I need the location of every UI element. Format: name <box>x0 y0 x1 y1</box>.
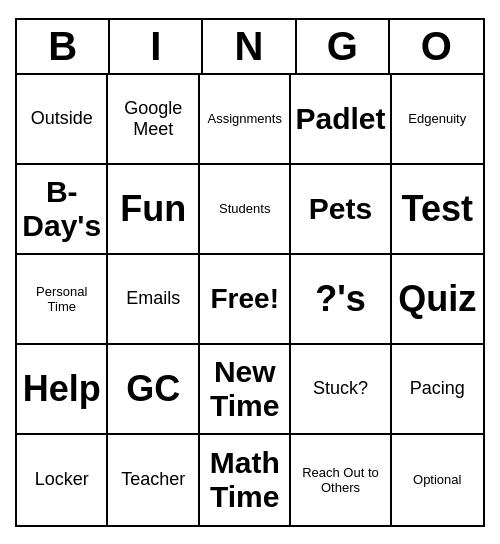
cell-text: Help <box>23 368 101 410</box>
bingo-cell: Stuck? <box>291 345 391 435</box>
bingo-header: BINGO <box>17 20 483 75</box>
bingo-cell: Help <box>17 345 108 435</box>
cell-text: ?'s <box>315 278 366 320</box>
header-letter: B <box>17 20 110 73</box>
bingo-cell: Quiz <box>392 255 484 345</box>
cell-text: Students <box>219 201 270 216</box>
cell-text: GC <box>126 368 180 410</box>
bingo-cell: Math Time <box>200 435 291 525</box>
bingo-cell: ?'s <box>291 255 391 345</box>
cell-text: Stuck? <box>313 378 368 399</box>
header-letter: I <box>110 20 203 73</box>
bingo-cell: Emails <box>108 255 200 345</box>
cell-text: Padlet <box>295 102 385 136</box>
bingo-cell: B-Day's <box>17 165 108 255</box>
bingo-cell: Edgenuity <box>392 75 484 165</box>
bingo-cell: Outside <box>17 75 108 165</box>
cell-text: Personal Time <box>21 284 102 314</box>
cell-text: Teacher <box>121 469 185 490</box>
header-letter: N <box>203 20 296 73</box>
bingo-cell: Assignments <box>200 75 291 165</box>
bingo-cell: Google Meet <box>108 75 200 165</box>
bingo-cell: Free! <box>200 255 291 345</box>
cell-text: Math Time <box>204 446 285 514</box>
bingo-cell: Padlet <box>291 75 391 165</box>
bingo-cell: Pets <box>291 165 391 255</box>
cell-text: Edgenuity <box>408 111 466 126</box>
bingo-cell: Pacing <box>392 345 484 435</box>
bingo-cell: Reach Out to Others <box>291 435 391 525</box>
bingo-card: BINGO OutsideGoogle MeetAssignmentsPadle… <box>15 18 485 527</box>
bingo-cell: Teacher <box>108 435 200 525</box>
bingo-cell: Test <box>392 165 484 255</box>
cell-text: Quiz <box>398 278 476 320</box>
cell-text: Pets <box>309 192 372 226</box>
bingo-cell: Locker <box>17 435 108 525</box>
bingo-cell: GC <box>108 345 200 435</box>
bingo-cell: Students <box>200 165 291 255</box>
bingo-cell: Fun <box>108 165 200 255</box>
cell-text: Test <box>402 188 473 230</box>
cell-text: Pacing <box>410 378 465 399</box>
bingo-grid: OutsideGoogle MeetAssignmentsPadletEdgen… <box>17 75 483 525</box>
bingo-cell: Optional <box>392 435 484 525</box>
cell-text: Google Meet <box>112 98 194 140</box>
bingo-cell: New Time <box>200 345 291 435</box>
cell-text: Assignments <box>208 111 282 126</box>
cell-text: New Time <box>204 355 285 423</box>
cell-text: Free! <box>210 283 278 315</box>
cell-text: Outside <box>31 108 93 129</box>
cell-text: Locker <box>35 469 89 490</box>
cell-text: Optional <box>413 472 461 487</box>
cell-text: Fun <box>120 188 186 230</box>
header-letter: G <box>297 20 390 73</box>
bingo-cell: Personal Time <box>17 255 108 345</box>
header-letter: O <box>390 20 483 73</box>
cell-text: Emails <box>126 288 180 309</box>
cell-text: B-Day's <box>21 175 102 243</box>
cell-text: Reach Out to Others <box>295 465 385 495</box>
